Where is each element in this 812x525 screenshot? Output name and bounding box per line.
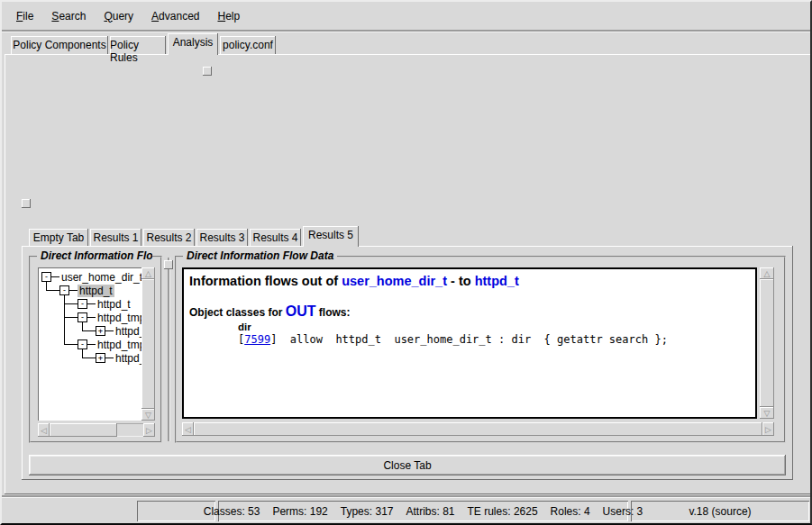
rule-number-link[interactable]: 7599 — [244, 333, 270, 346]
tree-row[interactable]: -httpd_t — [59, 284, 114, 297]
flow-data-text[interactable]: Information flows out of user_home_dir_t… — [182, 267, 757, 419]
flow-tree-hscrollbar[interactable]: ◁ ▷ — [38, 423, 155, 437]
horizontal-sash-handle[interactable] — [22, 199, 31, 208]
stat-classes: Classes: 53 — [204, 505, 260, 518]
tree-node-label[interactable]: httpd_tmpfs_t — [96, 339, 141, 351]
tree-row[interactable]: -httpd_tmp_t — [78, 311, 141, 324]
flow-tree-hscroll-track[interactable] — [117, 423, 143, 437]
tree-connector — [82, 358, 96, 358]
scroll-right-icon[interactable]: ▷ — [762, 422, 774, 436]
subheading-suffix: flows: — [316, 306, 351, 319]
results-vertical-sash[interactable] — [168, 258, 169, 441]
tab-results-5[interactable]: Results 5 — [303, 226, 359, 247]
menu-query-label: uery — [113, 10, 133, 23]
tree-connector — [64, 303, 78, 304]
tree-connector — [64, 344, 78, 345]
scroll-right-icon[interactable]: ▷ — [143, 423, 155, 437]
tree-node-label[interactable]: user_home_dir_t — [59, 271, 141, 284]
tree-expander-icon[interactable]: + — [96, 353, 105, 363]
tree-connector — [64, 317, 78, 318]
tab-results-1[interactable]: Results 1 — [90, 229, 141, 246]
results-vertical-sash-handle[interactable] — [164, 260, 173, 269]
rule-text: allow httpd_t user_home_dir_t : dir { ge… — [277, 333, 667, 346]
tab-results-3[interactable]: Results 3 — [196, 229, 248, 246]
flow-data-hscroll-thumb[interactable] — [194, 422, 762, 436]
flow-data-title: Direct Information Flow Data — [183, 249, 337, 262]
tab-results-1-label: Results 1 — [93, 231, 138, 244]
flow-data-vscrollbar[interactable]: △ ▽ — [760, 267, 774, 419]
menu-query[interactable]: Query — [96, 8, 141, 24]
tree-dash — [69, 290, 78, 291]
tab-policy-components-label: Policy Components — [13, 39, 105, 51]
menu-search[interactable]: Search — [44, 8, 93, 24]
stat-roles: Roles: 4 — [551, 505, 590, 518]
menu-bar: File Search Query Advanced Help — [2, 2, 810, 30]
tree-node-label[interactable]: httpd_tmp_t — [96, 312, 141, 324]
scroll-left-icon[interactable]: ◁ — [182, 422, 194, 436]
tree-dash — [87, 303, 96, 304]
tab-empty-tab[interactable]: Empty Tab — [29, 229, 88, 246]
tree-dash — [105, 358, 114, 358]
tree-expander-icon[interactable]: + — [96, 326, 105, 336]
scroll-left-icon[interactable]: ◁ — [38, 423, 50, 437]
tab-policy-components[interactable]: Policy Components — [11, 36, 108, 54]
tree-row[interactable]: -httpd_t — [78, 297, 132, 311]
tree-expander-icon[interactable]: - — [41, 272, 51, 282]
menu-help[interactable]: Help — [210, 8, 247, 24]
subheading-prefix: Object classes for — [189, 306, 286, 319]
menu-advanced[interactable]: Advanced — [144, 8, 206, 24]
object-class-heading: dir — [238, 321, 251, 332]
tree-row[interactable]: +httpd_t — [96, 351, 141, 365]
statusbar-stats: Classes: 53 Perms: 192 Types: 317 Attrib… — [218, 501, 628, 521]
tree-node-label-selected[interactable]: httpd_t — [78, 285, 114, 297]
tree-node-label[interactable]: httpd_t — [114, 352, 141, 365]
scroll-up-icon[interactable]: △ — [141, 267, 155, 279]
menu-query-hotkey: Q — [104, 10, 112, 23]
menu-help-hotkey: H — [217, 10, 225, 23]
tree-expander-icon[interactable]: - — [78, 299, 87, 309]
tree-dash — [51, 276, 59, 277]
tree-dash — [87, 344, 96, 345]
flow-tree-hscroll-thumb[interactable] — [50, 423, 117, 437]
tree-row[interactable]: +httpd_t — [96, 324, 141, 338]
tree-node-label[interactable]: httpd_t — [114, 325, 141, 338]
tab-analysis-label: Analysis — [173, 36, 214, 49]
scroll-up-icon[interactable]: △ — [760, 267, 774, 279]
heading-prefix: Information flows out of — [189, 274, 342, 288]
close-tab-button[interactable]: Close Tab — [29, 455, 786, 475]
tab-results-2[interactable]: Results 2 — [143, 229, 195, 246]
heading-middle: - to — [447, 274, 475, 288]
tree-node-label[interactable]: httpd_t — [96, 298, 132, 311]
tree-expander-icon[interactable]: - — [59, 285, 69, 295]
statusbar-version: v.18 (source) — [631, 501, 809, 521]
tree-connector — [82, 330, 96, 331]
tab-results-4[interactable]: Results 4 — [250, 229, 301, 246]
flow-tree-vscroll-thumb[interactable] — [141, 279, 155, 409]
tree-dash — [87, 317, 96, 318]
tab-policy-rules-label: Policy Rules — [110, 39, 166, 64]
tab-analysis[interactable]: Analysis — [168, 33, 218, 55]
tab-results-5-label: Results 5 — [308, 229, 353, 241]
scroll-down-icon[interactable]: ▽ — [760, 407, 774, 419]
flow-tree-vscrollbar[interactable]: △ ▽ — [141, 267, 155, 421]
tree-row[interactable]: -httpd_tmpfs_t — [78, 338, 141, 351]
heading-source-type: user_home_dir_t — [342, 274, 447, 288]
tree-expander-icon[interactable]: - — [78, 312, 87, 322]
scroll-down-icon[interactable]: ▽ — [141, 409, 155, 421]
flow-data-hscrollbar[interactable]: ◁ ▷ — [182, 422, 774, 436]
menu-file[interactable]: File — [9, 8, 41, 24]
close-tab-label: Close Tab — [383, 459, 431, 472]
flow-data-vscroll-thumb[interactable] — [760, 279, 774, 407]
tab-policy-rules[interactable]: Policy Rules — [110, 36, 166, 54]
tree-dash — [105, 330, 114, 331]
tree-row[interactable]: -user_home_dir_t — [41, 270, 141, 284]
tree-connector — [46, 290, 59, 291]
tab-policy-conf[interactable]: policy.conf — [220, 36, 276, 54]
tree-expander-icon[interactable]: - — [78, 339, 87, 349]
stat-perms: Perms: 192 — [272, 505, 327, 518]
top-vertical-sash-handle[interactable] — [203, 67, 212, 76]
statusbar-separator — [2, 495, 810, 497]
rule-line: [7599] allow httpd_t user_home_dir_t : d… — [238, 333, 668, 346]
stat-te-rules: TE rules: 2625 — [468, 505, 538, 518]
flow-tree[interactable]: -user_home_dir_t -httpd_t -httpd_t -http… — [38, 267, 141, 421]
